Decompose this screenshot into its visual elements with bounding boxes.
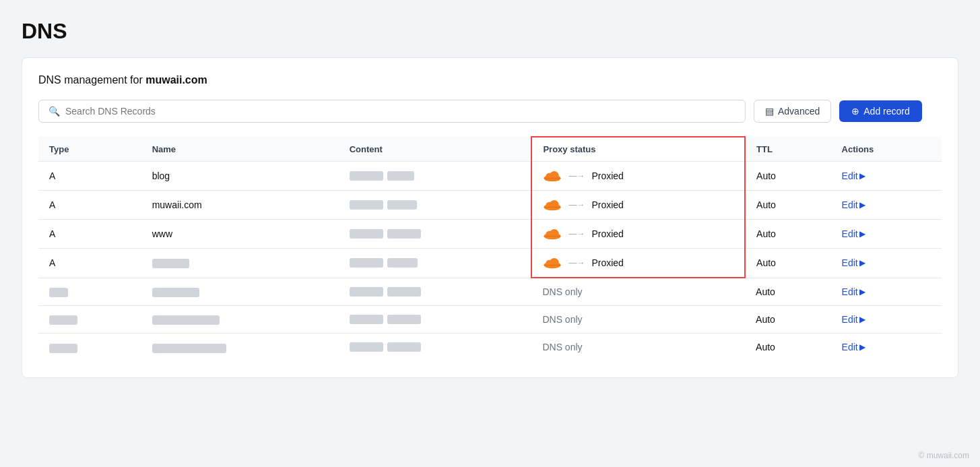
proxy-arrow-icon: —→ (568, 229, 585, 239)
cell-actions: Edit▶ (831, 162, 942, 191)
dns-table: Type Name Content Proxy status TTL Actio… (38, 136, 942, 361)
cell-ttl: Auto (745, 162, 831, 191)
proxy-arrow-icon: —→ (568, 258, 585, 268)
cell-actions: Edit▶ (831, 334, 942, 361)
cell-ttl: Auto (745, 334, 831, 361)
cell-proxy-status: DNS only (531, 278, 745, 306)
cloud-proxied-icon (543, 257, 562, 269)
cell-name (141, 249, 339, 278)
edit-arrow-icon: ▶ (859, 171, 865, 181)
cell-content (339, 191, 532, 220)
dns-only-label: DNS only (542, 286, 582, 297)
table-row: DNS only Auto Edit▶ (38, 278, 942, 306)
cell-type: A (38, 191, 141, 220)
cell-type: A (38, 162, 141, 191)
table-row: DNS only Auto Edit▶ (38, 334, 942, 361)
plus-icon: ⊕ (851, 106, 859, 117)
cell-actions: Edit▶ (831, 249, 942, 278)
table-row: A (38, 249, 942, 278)
col-header-type: Type (38, 137, 141, 162)
proxy-status-label: Proxied (591, 199, 623, 210)
cell-ttl: Auto (745, 191, 831, 220)
cell-type: A (38, 220, 141, 249)
cell-content (339, 220, 532, 249)
toolbar: 🔍 ▤ Advanced ⊕ Add record (38, 100, 942, 123)
edit-link[interactable]: Edit▶ (842, 342, 865, 352)
cell-content (339, 334, 532, 361)
cell-name: blog (141, 162, 339, 191)
edit-arrow-icon: ▶ (859, 229, 865, 239)
cloud-proxied-icon (543, 228, 562, 240)
cell-name (141, 334, 339, 361)
table-icon: ▤ (765, 106, 774, 117)
cell-type: A (38, 249, 141, 278)
proxy-arrow-icon: —→ (568, 171, 585, 181)
page-title: DNS (22, 19, 958, 44)
cell-content (339, 249, 532, 278)
cell-actions: Edit▶ (831, 306, 942, 334)
table-header-row: Type Name Content Proxy status TTL Actio… (38, 137, 942, 162)
cell-actions: Edit▶ (831, 191, 942, 220)
col-header-name: Name (141, 137, 339, 162)
edit-arrow-icon: ▶ (859, 287, 865, 297)
cell-type (38, 334, 141, 361)
edit-arrow-icon: ▶ (859, 200, 865, 210)
card-header-prefix: DNS management for (38, 74, 145, 86)
table-row: A muwaii.com (38, 191, 942, 220)
cell-type (38, 306, 141, 334)
page-container: DNS DNS management for muwaii.com 🔍 ▤ Ad… (0, 0, 980, 467)
edit-link[interactable]: Edit▶ (842, 257, 865, 268)
advanced-button[interactable]: ▤ Advanced (754, 100, 831, 123)
add-record-label: Add record (863, 106, 909, 117)
cell-ttl: Auto (745, 278, 831, 306)
edit-arrow-icon: ▶ (859, 315, 865, 324)
card-header: DNS management for muwaii.com (38, 74, 942, 86)
card-header-domain: muwaii.com (145, 74, 207, 86)
edit-link[interactable]: Edit▶ (842, 170, 865, 181)
search-icon: 🔍 (48, 106, 60, 117)
cell-actions: Edit▶ (831, 220, 942, 249)
cell-name: www (141, 220, 339, 249)
cell-content (339, 278, 532, 306)
dns-only-label: DNS only (542, 314, 582, 325)
dns-card: DNS management for muwaii.com 🔍 ▤ Advanc… (22, 57, 958, 378)
watermark: © muwaii.com (918, 451, 969, 460)
cell-ttl: Auto (745, 249, 831, 278)
add-record-button[interactable]: ⊕ Add record (839, 100, 921, 122)
cell-name (141, 278, 339, 306)
edit-link[interactable]: Edit▶ (842, 314, 865, 325)
col-header-proxy-status: Proxy status (531, 137, 745, 162)
cell-name: muwaii.com (141, 191, 339, 220)
table-row: DNS only Auto Edit▶ (38, 306, 942, 334)
edit-link[interactable]: Edit▶ (842, 199, 865, 210)
cell-content (339, 162, 532, 191)
proxy-status-label: Proxied (591, 170, 623, 181)
cell-proxy-status: —→ Proxied (531, 220, 745, 249)
edit-arrow-icon: ▶ (859, 258, 865, 268)
cell-type (38, 278, 141, 306)
edit-link[interactable]: Edit▶ (842, 286, 865, 297)
cell-proxy-status: —→ Proxied (531, 162, 745, 191)
cloud-proxied-icon (543, 170, 562, 182)
proxy-status-label: Proxied (591, 228, 623, 239)
edit-link[interactable]: Edit▶ (842, 228, 865, 239)
proxy-arrow-icon: —→ (568, 200, 585, 210)
cell-proxy-status: —→ Proxied (531, 249, 745, 278)
search-input[interactable] (65, 106, 736, 117)
cell-actions: Edit▶ (831, 278, 942, 306)
search-box[interactable]: 🔍 (38, 100, 746, 123)
col-header-ttl: TTL (745, 137, 831, 162)
cloud-proxied-icon (543, 199, 562, 211)
edit-arrow-icon: ▶ (859, 342, 865, 352)
cell-ttl: Auto (745, 306, 831, 334)
table-row: A www (38, 220, 942, 249)
col-header-actions: Actions (831, 137, 942, 162)
col-header-content: Content (339, 137, 532, 162)
proxy-status-label: Proxied (591, 257, 623, 268)
dns-only-label: DNS only (542, 342, 582, 352)
advanced-label: Advanced (778, 106, 820, 117)
cell-proxy-status: DNS only (531, 334, 745, 361)
cell-name (141, 306, 339, 334)
cell-proxy-status: —→ Proxied (531, 191, 745, 220)
cell-proxy-status: DNS only (531, 306, 745, 334)
